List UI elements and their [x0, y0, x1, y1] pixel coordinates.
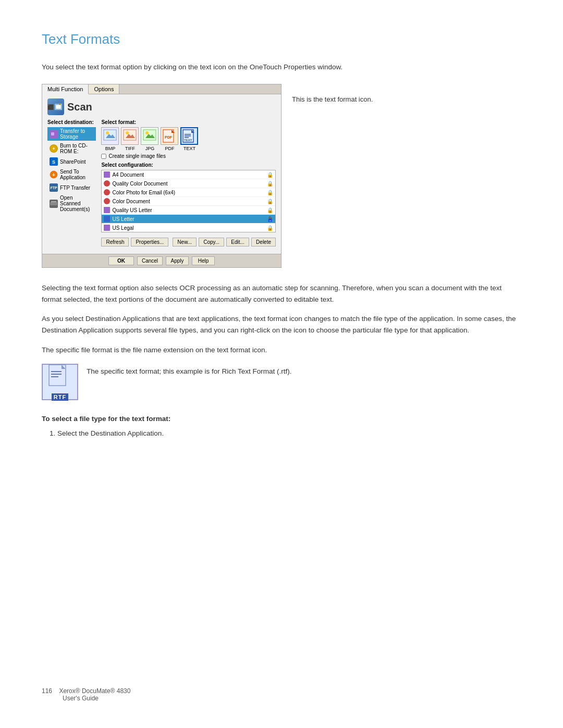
format-jpg[interactable]: JPG: [141, 127, 158, 151]
svg-rect-29: [185, 134, 191, 135]
dialog-two-col: Select destination: Transfer to Storage: [47, 119, 276, 246]
help-button[interactable]: Help: [192, 256, 215, 265]
svg-rect-37: [51, 376, 58, 377]
dest-item-scan[interactable]: Open Scanned Document(s): [47, 194, 96, 213]
body-para-1: Selecting the text format option also se…: [42, 282, 521, 305]
format-panel: Select format: BMP: [101, 119, 276, 246]
refresh-button[interactable]: Refresh: [101, 238, 129, 246]
rtf-label: RTF: [52, 393, 68, 401]
create-single-row: Create single image files: [101, 153, 276, 159]
body-para-2: As you select Destination Applications t…: [42, 313, 521, 336]
cd-icon: [50, 144, 58, 153]
tab-multi-function[interactable]: Multi Function: [42, 84, 89, 94]
lock-icon-quality-us: 🔒: [267, 207, 273, 213]
tab-options[interactable]: Options: [89, 84, 119, 94]
dest-item-sharepoint[interactable]: S SharePoint: [47, 156, 96, 167]
jpg-icon-box: [141, 127, 158, 145]
format-icons-row: BMP TIFF: [101, 127, 276, 151]
dest-label-cd: Burn to CD-ROM E:: [60, 143, 94, 154]
dest-item-storage[interactable]: Transfer to Storage: [47, 127, 96, 141]
create-single-label: Create single image files: [108, 153, 166, 159]
config-item-us-legal[interactable]: US Legal 🔒: [102, 224, 275, 232]
tiff-icon-box: [121, 127, 139, 145]
dialog-ok-row: OK Cancel Apply Help: [42, 254, 281, 267]
page-footer: 116 Xerox® DocuMate® 4830 User's Guide: [42, 687, 130, 702]
app-icon: +: [50, 170, 58, 179]
instruction-list: Select the Destination Application.: [42, 428, 521, 440]
jpg-label: JPG: [145, 146, 155, 151]
dest-label-ftp: FTP Transfer: [60, 185, 90, 191]
dest-label-scan: Open Scanned Document(s): [60, 195, 94, 212]
svg-rect-36: [51, 374, 62, 375]
dest-label: Select destination:: [47, 119, 96, 125]
ftp-icon: FTP: [50, 183, 58, 192]
instruction-step-1: Select the Destination Application.: [57, 428, 521, 440]
dialog-area: Multi Function Options Scan Select desti…: [42, 84, 521, 268]
lock-icon-us-legal: 🔒: [267, 225, 273, 231]
config-icon-color-doc: [104, 198, 110, 204]
format-bmp[interactable]: BMP: [101, 127, 119, 151]
dest-label-storage: Transfer to Storage: [60, 128, 94, 140]
config-item-quality-color[interactable]: Quality Color Document 🔒: [102, 179, 275, 188]
dest-item-cd[interactable]: Burn to CD-ROM E:: [47, 142, 96, 155]
dest-item-app[interactable]: + Send To Application: [47, 168, 96, 181]
page-title: Text Formats: [42, 31, 521, 47]
tiff-label: TIFF: [125, 146, 135, 151]
delete-button[interactable]: Delete: [251, 238, 276, 246]
create-single-checkbox[interactable]: [101, 154, 106, 159]
properties-button[interactable]: Properties...: [131, 238, 168, 246]
lock-icon-color-doc: 🔒: [267, 199, 273, 204]
config-icon-us-legal: [104, 225, 110, 231]
config-item-us-letter-left: US Letter: [104, 216, 134, 222]
config-item-quality-color-left: Quality Color Document: [104, 180, 167, 187]
intro-paragraph: You select the text format option by cli…: [42, 62, 521, 72]
ok-button[interactable]: OK: [108, 256, 134, 265]
dest-panel: Select destination: Transfer to Storage: [47, 119, 96, 246]
svg-point-23: [145, 131, 149, 134]
config-icon-quality-color: [104, 180, 110, 187]
config-icon-quality-us: [104, 207, 110, 213]
config-list[interactable]: A4 Document 🔒 Quality Color Document 🔒: [101, 170, 276, 232]
dialog-tabs: Multi Function Options: [42, 84, 281, 94]
config-item-color-photo[interactable]: Color Photo for Email (6x4) 🔒: [102, 188, 275, 197]
cancel-button[interactable]: Cancel: [137, 256, 163, 265]
dest-item-ftp[interactable]: FTP FTP Transfer: [47, 182, 96, 193]
new-button[interactable]: New...: [173, 238, 197, 246]
config-icon-color-photo: [104, 189, 110, 195]
config-icon-us-letter: [104, 216, 110, 222]
config-item-quality-us[interactable]: Quality US Letter 🔒: [102, 206, 275, 215]
lock-icon-color-photo: 🔒: [267, 190, 273, 195]
svg-point-17: [106, 131, 109, 134]
apply-button[interactable]: Apply: [166, 256, 189, 265]
dialog-body: Scan Select destination: Transfer to Sto…: [42, 94, 281, 251]
format-text[interactable]: TEXT TEXT: [180, 127, 198, 151]
format-tiff[interactable]: TIFF: [121, 127, 139, 151]
config-item-quality-us-label: Quality US Letter: [112, 207, 152, 213]
config-item-color-doc-label: Color Document: [112, 199, 150, 204]
pdf-label: PDF: [165, 146, 174, 151]
footer-product-name: Xerox® DocuMate® 4830: [59, 687, 130, 695]
format-pdf[interactable]: PDF PDF: [161, 127, 178, 151]
bmp-icon-box: [101, 127, 119, 145]
copy-button[interactable]: Copy...: [199, 238, 224, 246]
svg-point-6: [53, 147, 55, 150]
pdf-icon-box: PDF: [161, 127, 178, 145]
svg-text:S: S: [52, 159, 55, 165]
rtf-example: RTF The specific text format; this examp…: [42, 364, 521, 400]
config-item-color-photo-label: Color Photo for Email (6x4): [112, 190, 175, 195]
config-item-color-doc[interactable]: Color Document 🔒: [102, 197, 275, 206]
body-para-3: The specific file format is the file nam…: [42, 344, 521, 356]
config-item-color-photo-left: Color Photo for Email (6x4): [104, 189, 175, 195]
config-item-a4-label: A4 Document: [112, 172, 144, 178]
svg-rect-4: [51, 132, 54, 135]
config-item-us-letter[interactable]: US Letter 🔒: [102, 215, 275, 224]
config-item-a4[interactable]: A4 Document 🔒: [102, 170, 275, 179]
text-format-annotation: This is the text format icon.: [292, 84, 373, 105]
text-icon-box: TEXT: [180, 127, 198, 145]
footer-page-number: 116: [42, 687, 52, 695]
annotation-text: This is the text format icon.: [292, 94, 373, 105]
config-item-us-letter-label: US Letter: [112, 216, 134, 222]
scan-title-text: Scan: [67, 101, 92, 113]
svg-text:PDF: PDF: [165, 135, 173, 139]
edit-button[interactable]: Edit...: [226, 238, 249, 246]
